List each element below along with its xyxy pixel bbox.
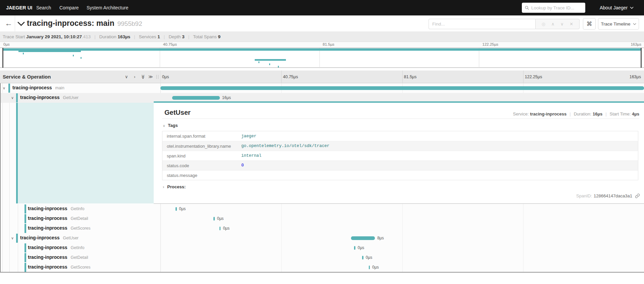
detail-operation-title: GetUser: [164, 109, 191, 116]
detail-meta-separator: |: [569, 111, 571, 116]
tag-value: go.opentelemetry.io/otel/sdk/tracer: [241, 144, 330, 148]
span-duration-bar[interactable]: [176, 207, 177, 211]
minimap-span-bar: [278, 66, 279, 67]
nav-brand-jaeger-ui[interactable]: JAEGER UI: [6, 0, 32, 15]
trace-meta-depth: Depth 3: [168, 34, 184, 39]
span-operation-name: GetScores: [70, 265, 90, 270]
column-resize-grip[interactable]: [156, 75, 158, 79]
span-collapse-chevron-icon[interactable]: ∨: [3, 86, 5, 90]
span-duration-bar[interactable]: [160, 86, 644, 90]
tag-row[interactable]: internal.span.formatjaeger: [162, 131, 638, 141]
rows-left-scrollbar[interactable]: [0, 83, 1, 272]
expand-all-icon[interactable]: ≫: [148, 70, 153, 83]
trace-title: tracing-inprocess: main9955b92: [27, 19, 142, 28]
find-input[interactable]: [432, 21, 532, 27]
span-duration-bar[interactable]: [213, 217, 215, 221]
find-controls: ◎ ∧ ∨ ✕: [535, 19, 580, 29]
minimap-span-bar: [18, 50, 81, 52]
about-jaeger-label: About Jaeger: [600, 5, 628, 10]
find-target-icon[interactable]: ◎: [542, 21, 545, 27]
rows-bottom-border: [0, 272, 644, 273]
ruler-tick-line: [402, 70, 403, 83]
span-row[interactable]: tracing-inprocessGetDetail0µs: [0, 214, 644, 224]
span-row[interactable]: ∨tracing-inprocessmain: [0, 83, 644, 93]
span-row[interactable]: ∨tracing-inprocessGetUser8µs: [0, 233, 644, 243]
span-color-bar: [16, 234, 18, 243]
minimap-canvas[interactable]: [0, 48, 644, 68]
detail-meta-item: Start Time: 4µs: [610, 111, 639, 116]
nav-item-search[interactable]: Search: [36, 0, 51, 15]
tag-row[interactable]: status.message: [162, 170, 638, 180]
span-duration-bar[interactable]: [351, 236, 375, 240]
span-duration-bar[interactable]: [219, 227, 221, 230]
service-operation-header: Service & Operation: [3, 70, 51, 83]
minimap-tick-label: 163µs: [631, 42, 641, 46]
span-color-bar: [16, 93, 18, 102]
tag-key: internal.span.format: [162, 134, 241, 139]
tag-row[interactable]: status.code0: [162, 160, 638, 170]
span-collapse-chevron-icon[interactable]: ∨: [11, 236, 14, 240]
expand-one-icon[interactable]: ›: [134, 70, 135, 83]
span-color-bar: [24, 214, 26, 223]
find-input-box[interactable]: [429, 19, 535, 29]
span-service-name: tracing-inprocessGetUser: [20, 95, 79, 100]
trace-lookup-input[interactable]: [531, 5, 583, 10]
tag-row[interactable]: span.kindinternal: [162, 151, 638, 160]
keyboard-shortcuts-button[interactable]: ⌘: [583, 18, 596, 30]
span-duration-label: 0µs: [366, 255, 373, 260]
span-operation-name: GetInfo: [70, 245, 84, 250]
tags-section-toggle[interactable]: ∨Tags: [163, 123, 178, 128]
meta-separator: |: [188, 34, 190, 39]
back-arrow-icon[interactable]: ←: [5, 19, 12, 28]
span-duration-bar[interactable]: [354, 246, 355, 250]
span-operation-name: main: [55, 86, 64, 90]
span-service-name: tracing-inprocessGetDetail: [28, 254, 88, 260]
tag-key: status.message: [162, 173, 241, 178]
nav-item-system-architecture[interactable]: System Architecture: [87, 0, 129, 15]
find-next-icon[interactable]: ∨: [560, 21, 564, 27]
trace-meta-total-spans: Total Spans 9: [193, 34, 220, 39]
span-row[interactable]: tracing-inprocessGetDetail0µs: [0, 253, 644, 263]
span-duration-bar[interactable]: [369, 266, 370, 269]
detail-span-meta: Service: tracing-inprocess|Duration: 16µ…: [513, 111, 639, 116]
collapse-one-icon[interactable]: ∨: [125, 70, 128, 83]
minimap-left-handle[interactable]: [2, 48, 3, 68]
tags-table: internal.span.formatjaegerotel.instrumen…: [162, 131, 638, 180]
tag-key: span.kind: [162, 153, 241, 158]
detail-span-highlight-block: [18, 103, 154, 203]
trace-view-selector[interactable]: Trace Timeline: [598, 18, 639, 30]
collapse-all-icon[interactable]: ≫: [141, 70, 145, 83]
detail-meta-separator: |: [605, 111, 606, 116]
span-duration-bar[interactable]: [172, 96, 219, 100]
trace-lookup-box[interactable]: [522, 3, 585, 13]
find-prev-icon[interactable]: ∧: [551, 21, 555, 27]
find-clear-icon[interactable]: ✕: [569, 21, 573, 27]
trace-collapse-chevron-icon[interactable]: [17, 21, 25, 28]
span-duration-label: 0µs: [372, 265, 379, 270]
span-service-name: tracing-inprocessGetUser: [20, 235, 79, 240]
minimap-span-bar: [73, 55, 74, 56]
span-row[interactable]: tracing-inprocessGetScores0µs: [0, 263, 644, 272]
minimap-right-handle[interactable]: [641, 48, 642, 68]
span-color-bar: [24, 204, 26, 214]
span-service-name: tracing-inprocessGetInfo: [28, 206, 84, 211]
link-icon[interactable]: [635, 193, 640, 198]
span-duration-bar[interactable]: [362, 256, 363, 259]
span-operation-name: GetDetail: [70, 216, 88, 221]
span-operation-name: GetDetail: [70, 255, 88, 260]
tag-key: status.code: [162, 163, 241, 168]
process-section-toggle[interactable]: ›Process:: [163, 184, 186, 189]
span-row[interactable]: tracing-inprocessGetInfo0µs: [0, 243, 644, 253]
about-jaeger-menu[interactable]: About Jaeger: [600, 0, 634, 15]
tag-row[interactable]: otel.instrumentation_library.namego.open…: [162, 141, 638, 151]
nav-item-compare[interactable]: Compare: [59, 0, 79, 15]
minimap-tick-label: 122.25µs: [482, 42, 498, 46]
span-row[interactable]: tracing-inprocessGetInfo0µs: [0, 204, 644, 214]
minimap-span-bar: [23, 53, 24, 54]
meta-separator: |: [164, 34, 165, 39]
span-duration-label: 16µs: [222, 95, 231, 100]
span-collapse-chevron-icon[interactable]: ∨: [11, 96, 14, 100]
span-table-header: Service & Operation ∨ › ≫ ≫ 0µs40.75µs81…: [0, 70, 644, 83]
tag-value: internal: [241, 153, 261, 158]
span-row[interactable]: tracing-inprocessGetScores0µs: [0, 224, 644, 233]
